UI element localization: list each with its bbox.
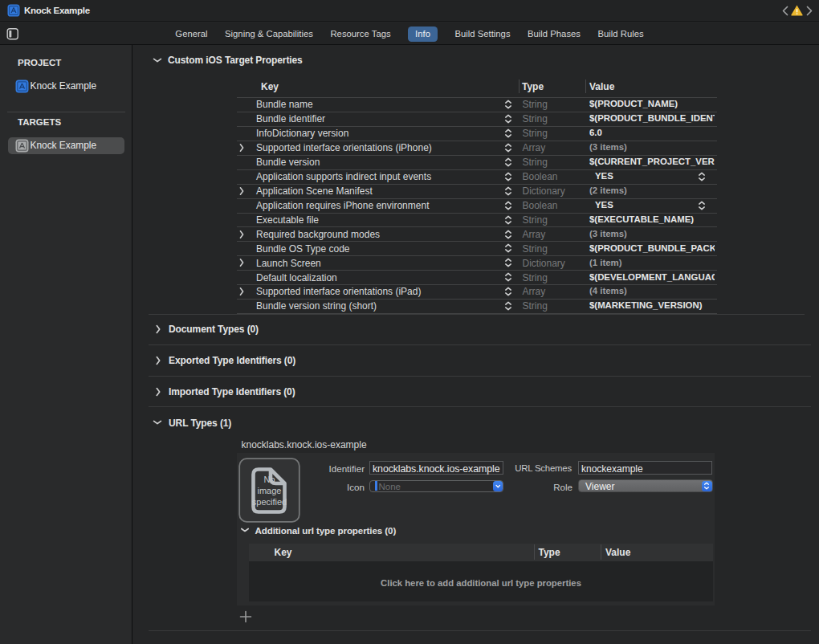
svg-text:No: No — [263, 474, 275, 483]
svg-text:specified: specified — [251, 496, 286, 506]
svg-text:image: image — [257, 485, 281, 495]
